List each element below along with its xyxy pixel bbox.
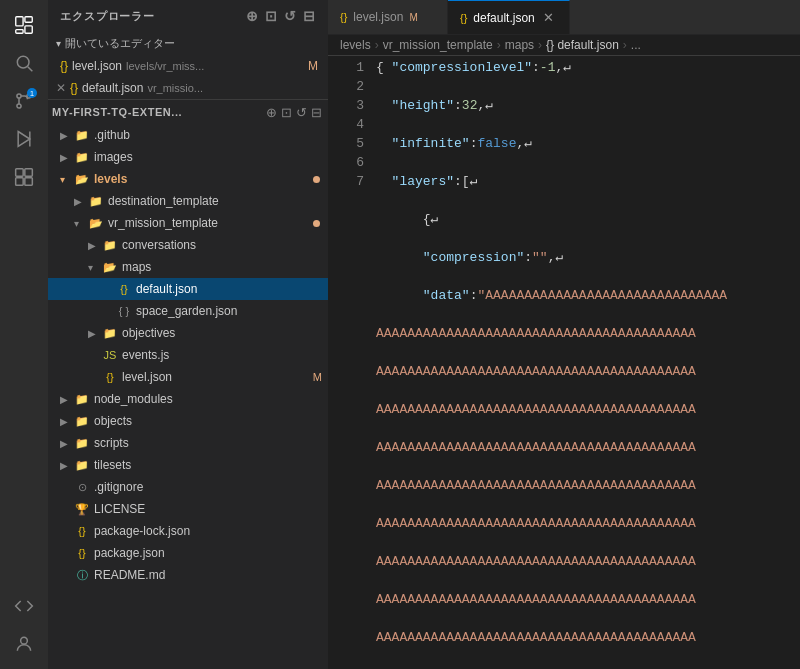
svg-point-8 xyxy=(17,104,21,108)
data-line-2: AAAAAAAAAAAAAAAAAAAAAAAAAAAAAAAAAAAAAAAA… xyxy=(376,364,696,379)
maps-arrow: ▾ xyxy=(88,262,102,273)
line-num-2: 2 xyxy=(336,77,364,96)
code-line-2: "height":32,↵ xyxy=(376,96,800,115)
line3-val: false xyxy=(477,136,516,151)
tree-item-package-lock[interactable]: {} package-lock.json xyxy=(48,520,328,542)
level-json-tab-label: level.json xyxy=(353,10,403,24)
tree-item-scripts[interactable]: ▶ 📁 scripts xyxy=(48,432,328,454)
editor: 1 2 3 4 5 6 7 { "compressionlevel":-1,↵ … xyxy=(328,56,800,669)
line7-val-start: "AAAAAAAAAAAAAAAAAAAAAAAAAAAAAAA xyxy=(477,288,727,303)
tree-item-events-js[interactable]: JS events.js xyxy=(48,344,328,366)
code-line-3: "infinite":false,↵ xyxy=(376,134,800,153)
line2-comma: ,↵ xyxy=(477,98,493,113)
tree-item-space-garden[interactable]: { } space_garden.json xyxy=(48,300,328,322)
open-editor-level-json[interactable]: {} level.json levels/vr_miss... M xyxy=(48,55,328,77)
code-line-6: "compression":"",↵ xyxy=(376,248,800,267)
svg-rect-2 xyxy=(25,26,32,33)
conv-label: conversations xyxy=(122,238,328,252)
svg-marker-9 xyxy=(18,132,30,147)
breadcrumb-maps[interactable]: maps xyxy=(505,38,534,52)
line6-comma: ,↵ xyxy=(548,250,564,265)
sidebar-title: エクスプローラー xyxy=(60,9,155,24)
breadcrumb-ellipsis[interactable]: ... xyxy=(631,38,641,52)
line4-val: :[↵ xyxy=(454,174,477,189)
tree-item-destination-template[interactable]: ▶ 📁 destination_template xyxy=(48,190,328,212)
breadcrumb-default-json[interactable]: {} default.json xyxy=(546,38,619,52)
tree-item-levels[interactable]: ▾ 📂 levels xyxy=(48,168,328,190)
project-new-folder-icon[interactable]: ⊡ xyxy=(281,105,292,120)
tree-item-images[interactable]: ▶ 📁 images xyxy=(48,146,328,168)
sidebar-header-actions: ⊕ ⊡ ↺ ⊟ xyxy=(246,8,316,24)
close-default-json-button[interactable]: ✕ xyxy=(54,81,68,95)
source-control-icon[interactable]: 1 xyxy=(7,84,41,118)
default-json-open-icon: {} xyxy=(70,81,78,95)
new-file-icon[interactable]: ⊕ xyxy=(246,8,259,24)
svg-rect-3 xyxy=(16,30,23,34)
line7-key: "data" xyxy=(423,288,470,303)
data-line-7: AAAAAAAAAAAAAAAAAAAAAAAAAAAAAAAAAAAAAAAA… xyxy=(376,554,696,569)
node-modules-label: node_modules xyxy=(94,392,328,406)
tab-default-json[interactable]: {} default.json ✕ xyxy=(448,0,570,34)
project-collapse-icon[interactable]: ⊟ xyxy=(311,105,322,120)
line2-key: "height" xyxy=(392,98,454,113)
remote-icon[interactable] xyxy=(7,589,41,623)
tilesets-label: tilesets xyxy=(94,458,328,472)
search-icon[interactable] xyxy=(7,46,41,80)
scripts-label: scripts xyxy=(94,436,328,450)
tree-item-gitignore[interactable]: ⊙ .gitignore xyxy=(48,476,328,498)
extensions-icon[interactable] xyxy=(7,160,41,194)
account-icon[interactable] xyxy=(7,627,41,661)
levels-label: levels xyxy=(94,172,313,186)
code-line-1: { "compressionlevel":-1,↵ xyxy=(376,58,800,77)
data-line-3: AAAAAAAAAAAAAAAAAAAAAAAAAAAAAAAAAAAAAAAA… xyxy=(376,402,696,417)
code-content[interactable]: { "compressionlevel":-1,↵ "height":32,↵ … xyxy=(372,56,800,669)
level-json-open-path: levels/vr_miss... xyxy=(126,60,204,72)
github-arrow: ▶ xyxy=(60,130,74,141)
tree-item-readme[interactable]: ⓘ README.md xyxy=(48,564,328,586)
code-line-4: "layers":[↵ xyxy=(376,172,800,191)
project-new-file-icon[interactable]: ⊕ xyxy=(266,105,277,120)
package-json-label: package.json xyxy=(94,546,328,560)
tree-item-package-json[interactable]: {} package.json xyxy=(48,542,328,564)
tree-item-tilesets[interactable]: ▶ 📁 tilesets xyxy=(48,454,328,476)
project-root[interactable]: MY-FIRST-TQ-EXTEN... ⊕ ⊡ ↺ ⊟ xyxy=(48,100,328,124)
tree-item-maps[interactable]: ▾ 📂 maps xyxy=(48,256,328,278)
default-json-tab-icon: {} xyxy=(460,12,467,24)
project-name: MY-FIRST-TQ-EXTEN... xyxy=(52,106,182,118)
code-line-7: "data":"AAAAAAAAAAAAAAAAAAAAAAAAAAAAAAA xyxy=(376,286,800,305)
tree-item-default-json[interactable]: {} default.json xyxy=(48,278,328,300)
tree-item-license[interactable]: 🏆 LICENSE xyxy=(48,498,328,520)
tree-item-vr-mission[interactable]: ▾ 📂 vr_mission_template xyxy=(48,212,328,234)
tree-item-level-json[interactable]: {} level.json M xyxy=(48,366,328,388)
line-num-1: 1 xyxy=(336,58,364,77)
open-editor-default-json[interactable]: ✕ {} default.json vr_missio... xyxy=(48,77,328,99)
new-folder-icon[interactable]: ⊡ xyxy=(265,8,278,24)
tree-item-objects[interactable]: ▶ 📁 objects xyxy=(48,410,328,432)
objectives-folder-icon: 📁 xyxy=(102,325,118,341)
breadcrumb-sep4: › xyxy=(623,38,627,52)
events-js-label: events.js xyxy=(122,348,328,362)
breadcrumb-vr-mission[interactable]: vr_mission_template xyxy=(383,38,493,52)
explorer-icon[interactable] xyxy=(7,8,41,42)
project-refresh-icon[interactable]: ↺ xyxy=(296,105,307,120)
tree-item-objectives[interactable]: ▶ 📁 objectives xyxy=(48,322,328,344)
run-icon[interactable] xyxy=(7,122,41,156)
tree-item-conversations[interactable]: ▶ 📁 conversations xyxy=(48,234,328,256)
objects-arrow: ▶ xyxy=(60,416,74,427)
tree-item-github[interactable]: ▶ 📁 .github xyxy=(48,124,328,146)
maps-label: maps xyxy=(122,260,328,274)
tree-item-node-modules[interactable]: ▶ 📁 node_modules xyxy=(48,388,328,410)
tab-level-json[interactable]: {} level.json M xyxy=(328,0,448,34)
images-folder-icon: 📁 xyxy=(74,149,90,165)
collapse-icon[interactable]: ⊟ xyxy=(303,8,316,24)
package-json-icon: {} xyxy=(74,545,90,561)
open-editors-label[interactable]: ▾ 開いているエディター xyxy=(48,32,328,55)
breadcrumb-levels[interactable]: levels xyxy=(340,38,371,52)
level-json-icon: {} xyxy=(102,369,118,385)
open-editors-section: ▾ 開いているエディター {} level.json levels/vr_mis… xyxy=(48,32,328,100)
default-json-open-label: default.json xyxy=(82,81,143,95)
close-default-json-tab-button[interactable]: ✕ xyxy=(541,10,557,26)
refresh-icon[interactable]: ↺ xyxy=(284,8,297,24)
scripts-arrow: ▶ xyxy=(60,438,74,449)
code-line-data-7: AAAAAAAAAAAAAAAAAAAAAAAAAAAAAAAAAAAAAAAA… xyxy=(376,552,800,571)
